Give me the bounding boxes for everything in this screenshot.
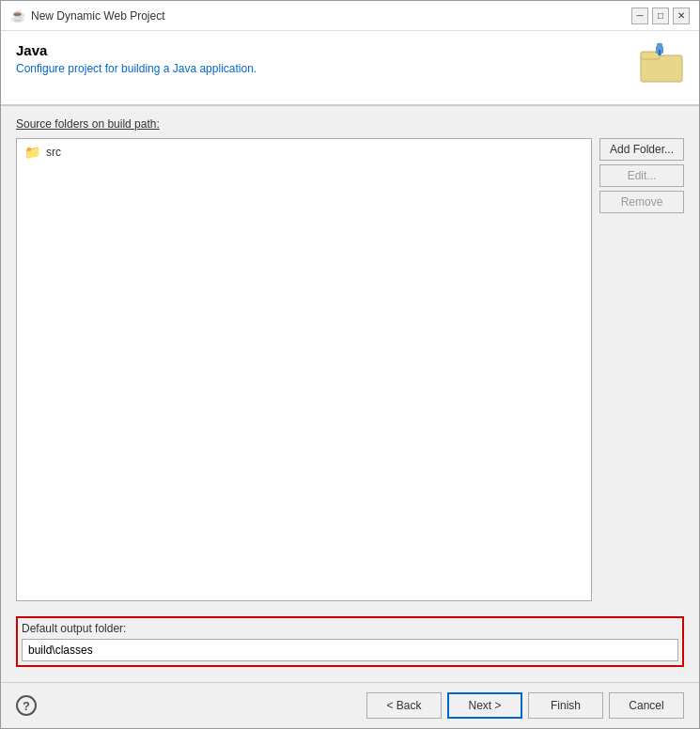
header-title: Java bbox=[16, 42, 257, 58]
header-icon bbox=[639, 42, 684, 93]
header-subtitle: Configure project for building a Java ap… bbox=[16, 62, 257, 75]
back-button[interactable]: < Back bbox=[366, 692, 442, 719]
bottom-buttons: < Back Next > Finish Cancel bbox=[366, 692, 684, 719]
help-button[interactable]: ? bbox=[16, 695, 37, 716]
header-text: Java Configure project for building a Ja… bbox=[16, 42, 257, 75]
output-folder-section: Default output folder: bbox=[16, 609, 684, 671]
content-section: Source folders on build path: 📁 src Add … bbox=[1, 106, 699, 682]
cancel-button[interactable]: Cancel bbox=[609, 692, 684, 719]
dialog-title: New Dynamic Web Project bbox=[31, 9, 165, 23]
folder-list-area: 📁 src Add Folder... Edit... Remove bbox=[16, 138, 684, 601]
header-section: Java Configure project for building a Ja… bbox=[1, 31, 699, 105]
output-folder-label: Default output folder: bbox=[22, 622, 678, 635]
dialog-window: ☕ New Dynamic Web Project ─ □ ✕ Java Con… bbox=[0, 0, 700, 729]
list-item[interactable]: 📁 src bbox=[21, 143, 587, 162]
output-folder-wrapper: Default output folder: bbox=[16, 616, 684, 667]
bottom-left: ? bbox=[16, 695, 37, 716]
remove-button[interactable]: Remove bbox=[599, 191, 684, 213]
edit-button[interactable]: Edit... bbox=[599, 164, 684, 187]
title-bar-left: ☕ New Dynamic Web Project bbox=[10, 8, 165, 23]
folder-buttons: Add Folder... Edit... Remove bbox=[599, 138, 684, 601]
output-folder-input[interactable] bbox=[22, 639, 678, 661]
src-folder-icon: 📁 bbox=[24, 145, 40, 160]
source-folders-label: Source folders on build path: bbox=[16, 117, 684, 131]
app-icon: ☕ bbox=[10, 8, 25, 23]
src-folder-label: src bbox=[46, 146, 61, 159]
folder-listbox[interactable]: 📁 src bbox=[16, 138, 592, 601]
add-folder-button[interactable]: Add Folder... bbox=[599, 138, 684, 161]
folder-icon-svg bbox=[639, 42, 684, 87]
finish-button[interactable]: Finish bbox=[528, 692, 603, 719]
close-button[interactable]: ✕ bbox=[673, 8, 690, 24]
title-bar-controls: ─ □ ✕ bbox=[631, 8, 690, 24]
title-bar: ☕ New Dynamic Web Project ─ □ ✕ bbox=[1, 1, 699, 31]
bottom-bar: ? < Back Next > Finish Cancel bbox=[1, 682, 699, 728]
maximize-button[interactable]: □ bbox=[652, 8, 669, 24]
next-button[interactable]: Next > bbox=[447, 692, 522, 719]
minimize-button[interactable]: ─ bbox=[631, 8, 648, 24]
